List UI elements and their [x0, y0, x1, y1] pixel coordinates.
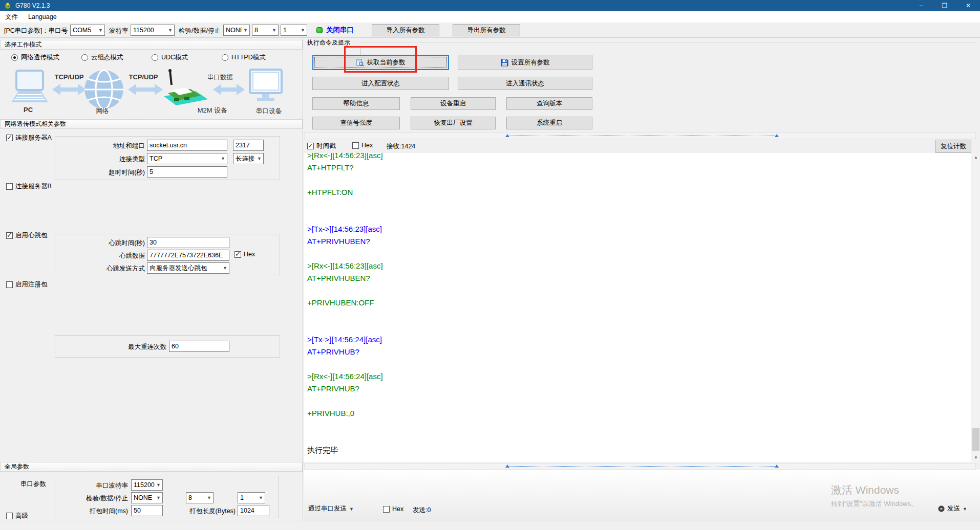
log-lines: >[Rx<-][14:56:23][asc] AT+HTPFLT? +HTPFL…: [304, 153, 971, 456]
scroll-up-icon[interactable]: ▲: [971, 153, 980, 162]
system-restart-button[interactable]: 系统重启: [506, 117, 592, 129]
global-baud-select[interactable]: 115200▼: [131, 479, 163, 491]
server-addr-input[interactable]: socket.usr.cn: [147, 140, 227, 151]
network-globe-icon: [84, 70, 123, 109]
vertical-scrollbar[interactable]: ▲ ▼: [971, 153, 980, 462]
send-hex-checkbox[interactable]: Hex: [383, 505, 403, 513]
global-parity-select[interactable]: NONE▼: [131, 492, 163, 503]
reconnect-input[interactable]: 60: [169, 341, 229, 352]
set-params-button[interactable]: 设置所有参数: [458, 55, 592, 70]
enter-comm-button[interactable]: 进入通讯状态: [458, 77, 592, 90]
mode-radio[interactable]: 网络透传模式: [11, 53, 81, 62]
log-line: +PRIVHUB:,0: [307, 407, 971, 419]
log-line: >[Tx->][14:56:23][asc]: [307, 223, 971, 235]
mode-radio[interactable]: 云组态模式: [81, 53, 152, 62]
chevron-down-icon: ▼: [349, 506, 354, 512]
help-button[interactable]: 帮助信息: [312, 97, 400, 110]
heartbeat-mode-label: 心跳发送方式: [61, 264, 145, 273]
baud-label: 波特率: [109, 27, 129, 35]
radio-icon: [81, 54, 88, 61]
serial-device-label: 串口设备: [251, 107, 287, 116]
serial-device-icon: [250, 70, 282, 101]
chevron-down-icon: ▼: [155, 495, 162, 500]
conn-type-select[interactable]: TCP▼: [147, 153, 227, 164]
m2m-label: M2M 设备: [192, 106, 233, 115]
send-button[interactable]: 发送 ▼: [938, 504, 967, 513]
close-port-button[interactable]: 关闭串口: [316, 26, 354, 35]
addr-label: 地址和端口: [61, 142, 145, 150]
keepalive-select[interactable]: 长连接▼: [233, 153, 264, 164]
scrollbar-thumb[interactable]: [509, 136, 775, 136]
global-databits-select[interactable]: 8▼: [186, 492, 214, 503]
register-checkbox[interactable]: 启用注册包: [6, 280, 48, 289]
log-line: [307, 395, 971, 407]
menu-file[interactable]: 文件: [0, 11, 23, 23]
heartbeat-mode-select[interactable]: 向服务器发送心跳包▼: [147, 262, 229, 274]
pc-icon: [11, 71, 48, 102]
baud-select[interactable]: 115200▼: [131, 25, 175, 36]
parity-select[interactable]: NONE▼: [223, 25, 250, 36]
recv-hex-checkbox[interactable]: Hex: [352, 142, 373, 149]
checkbox-icon: [383, 506, 390, 513]
server-port-input[interactable]: 2317: [233, 140, 264, 151]
packtime-input[interactable]: 50: [131, 505, 163, 516]
timeout-input[interactable]: 5: [147, 166, 227, 178]
minimize-button[interactable]: –: [909, 0, 933, 11]
mode-radio[interactable]: HTTPD模式: [222, 53, 292, 62]
menu-language[interactable]: Language: [23, 11, 62, 23]
mode-radio[interactable]: UDC模式: [152, 53, 222, 62]
close-button[interactable]: ✕: [956, 0, 980, 11]
enter-config-button[interactable]: 进入配置状态: [312, 77, 449, 90]
timestamp-checkbox[interactable]: 时间戳: [307, 142, 336, 150]
scroll-down-icon[interactable]: ▼: [971, 453, 980, 462]
databits-select[interactable]: 8▼: [252, 25, 279, 36]
signal-strength-button[interactable]: 查信号强度: [312, 117, 400, 129]
stopbits-select[interactable]: 1▼: [281, 25, 307, 36]
advanced-checkbox[interactable]: 高级: [6, 512, 28, 520]
send-count: 发送:0: [413, 506, 431, 515]
log-line: [307, 211, 971, 223]
chevron-down-icon: ▼: [242, 28, 249, 33]
chevron-down-icon: ▼: [299, 28, 307, 33]
link3-label: 串口数据: [202, 73, 238, 82]
log-line: [307, 321, 971, 334]
log-line: >[Rx<-][14:56:24][asc]: [307, 370, 971, 383]
heartbeat-hex-checkbox[interactable]: Hex: [235, 251, 255, 258]
chevron-down-icon: ▼: [270, 28, 278, 33]
send-via-serial-dropdown[interactable]: 通过串口发送 ▼: [308, 504, 354, 513]
log-output[interactable]: >[Rx<-][14:56:23][asc] AT+HTPFLT? +HTPFL…: [304, 153, 971, 462]
scrollbar-thumb[interactable]: [972, 428, 979, 451]
net-panel-header: 网络透传模式相关参数: [0, 119, 303, 129]
log-line: +PRIVHUBEN:OFF: [307, 297, 971, 309]
parity-label: 检验/数据/停止: [179, 27, 221, 35]
log-line: AT+HTPFLT?: [307, 162, 971, 174]
query-version-button[interactable]: 查询版本: [506, 97, 592, 110]
com-port-select[interactable]: COM5▼: [70, 25, 105, 36]
menu-bar: 文件 Language: [0, 11, 980, 23]
checkbox-icon: [6, 513, 13, 519]
import-params-button[interactable]: 导入所有参数: [372, 24, 439, 36]
panel-divider: [303, 38, 303, 521]
horizontal-scrollbar-bottom[interactable]: [304, 463, 976, 470]
title-bar[interactable]: G780 V2.1.3 – ❐ ✕: [0, 0, 980, 11]
factory-reset-button[interactable]: 恢复出厂设置: [411, 117, 496, 129]
heartbeat-time-input[interactable]: 30: [147, 237, 229, 248]
server-b-checkbox[interactable]: 连接服务器B: [6, 182, 52, 191]
scrollbar-thumb[interactable]: [509, 466, 775, 467]
mode-label: HTTPD模式: [231, 53, 266, 62]
chevron-down-icon: ▼: [205, 495, 213, 500]
maximize-button[interactable]: ❐: [933, 0, 956, 11]
export-params-button[interactable]: 导出所有参数: [453, 24, 520, 36]
device-restart-button[interactable]: 设备重启: [411, 97, 496, 110]
log-line: AT+PRIVHUBEN?: [307, 272, 971, 284]
horizontal-scrollbar[interactable]: [304, 132, 976, 139]
packlen-input[interactable]: 1024: [238, 505, 269, 516]
reset-count-button[interactable]: 复位计数: [935, 140, 971, 153]
serial-params-label: 串口参数: [10, 480, 46, 489]
server-a-checkbox[interactable]: 连接服务器A: [6, 134, 52, 142]
heartbeat-data-input[interactable]: 7777772E7573722E636E: [147, 250, 229, 261]
global-stopbits-select[interactable]: 1▼: [238, 492, 265, 503]
heartbeat-checkbox[interactable]: 启用心跳包: [6, 231, 48, 240]
chevron-down-icon: ▼: [97, 28, 104, 33]
get-params-button[interactable]: 获取当前参数: [312, 55, 449, 70]
